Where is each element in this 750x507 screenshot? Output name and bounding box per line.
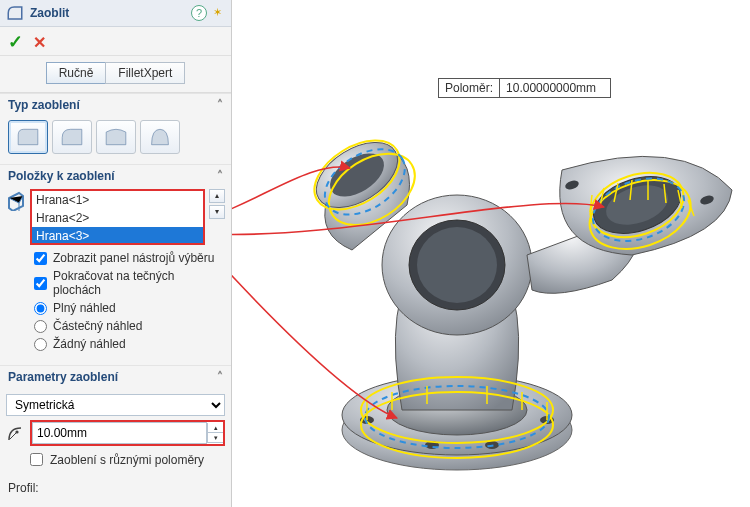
items-block: Hrana<1> Hrana<2> Hrana<3> ▴ ▾ Zobrazit … bbox=[0, 185, 231, 365]
section-items-header[interactable]: Položky k zaoblení ˄ bbox=[0, 164, 231, 185]
cancel-button[interactable]: ✕ bbox=[33, 33, 46, 52]
checkbox-tangent[interactable] bbox=[34, 277, 47, 290]
profile-label: Profil: bbox=[0, 479, 231, 497]
radius-input-wrap: ▴ ▾ bbox=[30, 420, 225, 446]
fillet-type-full-round[interactable] bbox=[140, 120, 180, 154]
checkbox-show-toolbar[interactable] bbox=[34, 252, 47, 265]
edge-item-1[interactable]: Hrana<1> bbox=[32, 191, 203, 209]
graphics-viewport[interactable]: Poloměr: 10.00000000mm bbox=[232, 0, 750, 507]
fillet-type-row bbox=[0, 114, 231, 164]
radius-callout[interactable]: Poloměr: 10.00000000mm bbox=[438, 78, 611, 98]
panel-title-bar: Zaoblit ? ✶ bbox=[0, 0, 231, 27]
fillet-type-face[interactable] bbox=[96, 120, 136, 154]
radius-spin-up[interactable]: ▴ bbox=[207, 423, 223, 433]
section-params-header[interactable]: Parametry zaoblení ˄ bbox=[0, 365, 231, 386]
tab-manual[interactable]: Ručně bbox=[46, 62, 106, 84]
section-items-label: Položky k zaoblení bbox=[8, 169, 115, 183]
edge-selection-icon bbox=[6, 191, 26, 211]
edge-item-3[interactable]: Hrana<3> bbox=[32, 227, 203, 245]
radius-input[interactable] bbox=[32, 422, 207, 444]
tab-filletxpert[interactable]: FilletXpert bbox=[105, 62, 185, 84]
radio-preview-partial[interactable] bbox=[34, 320, 47, 333]
option-tangent[interactable]: Pokračovat na tečných plochách bbox=[34, 269, 221, 297]
svg-point-0 bbox=[15, 430, 18, 433]
checkbox-multi-radius[interactable] bbox=[30, 453, 43, 466]
confirm-row: ✓ ✕ bbox=[0, 27, 231, 56]
section-fillet-type-header[interactable]: Typ zaoblení ˄ bbox=[0, 93, 231, 114]
option-show-toolbar[interactable]: Zobrazit panel nástrojů výběru bbox=[34, 251, 221, 265]
option-multi-radius[interactable]: Zaoblení s různými poloměry bbox=[6, 450, 225, 469]
params-block: Symetrická ▴ ▾ Zaoblení s různými polomě… bbox=[0, 386, 231, 479]
collapse-icon: ˄ bbox=[217, 370, 223, 384]
radio-preview-none[interactable] bbox=[34, 338, 47, 351]
fillet-type-variable[interactable] bbox=[52, 120, 92, 154]
move-up-button[interactable]: ▴ bbox=[209, 189, 225, 203]
option-preview-partial[interactable]: Částečný náhled bbox=[34, 319, 221, 333]
svg-point-10 bbox=[417, 227, 497, 303]
profile-type-select[interactable]: Symetrická bbox=[6, 394, 225, 416]
items-options: Zobrazit panel nástrojů výběru Pokračova… bbox=[6, 245, 225, 357]
radius-spin-down[interactable]: ▾ bbox=[207, 433, 223, 443]
edge-item-2[interactable]: Hrana<2> bbox=[32, 209, 203, 227]
radius-callout-label: Poloměr: bbox=[439, 79, 500, 97]
options-icon[interactable]: ✶ bbox=[209, 5, 225, 21]
collapse-icon: ˄ bbox=[217, 169, 223, 183]
option-preview-none[interactable]: Žádný náhled bbox=[34, 337, 221, 351]
list-reorder-controls: ▴ ▾ bbox=[209, 189, 225, 219]
radio-preview-full[interactable] bbox=[34, 302, 47, 315]
help-icon[interactable]: ? bbox=[191, 5, 207, 21]
radius-icon bbox=[6, 423, 26, 443]
option-preview-full[interactable]: Plný náhled bbox=[34, 301, 221, 315]
radius-callout-value[interactable]: 10.00000000mm bbox=[500, 79, 610, 97]
panel-title: Zaoblit bbox=[30, 6, 189, 20]
edge-selection-list[interactable]: Hrana<1> Hrana<2> Hrana<3> bbox=[30, 189, 205, 245]
mode-tabs: Ručně FilletXpert bbox=[0, 56, 231, 93]
fillet-property-panel: Zaoblit ? ✶ ✓ ✕ Ručně FilletXpert Typ za… bbox=[0, 0, 232, 507]
fillet-feature-icon bbox=[6, 4, 24, 22]
section-fillet-type-label: Typ zaoblení bbox=[8, 98, 80, 112]
ok-button[interactable]: ✓ bbox=[8, 31, 23, 53]
move-down-button[interactable]: ▾ bbox=[209, 205, 225, 219]
collapse-icon: ˄ bbox=[217, 98, 223, 112]
fillet-type-constant[interactable] bbox=[8, 120, 48, 154]
model-render bbox=[232, 0, 750, 507]
section-params-label: Parametry zaoblení bbox=[8, 370, 118, 384]
